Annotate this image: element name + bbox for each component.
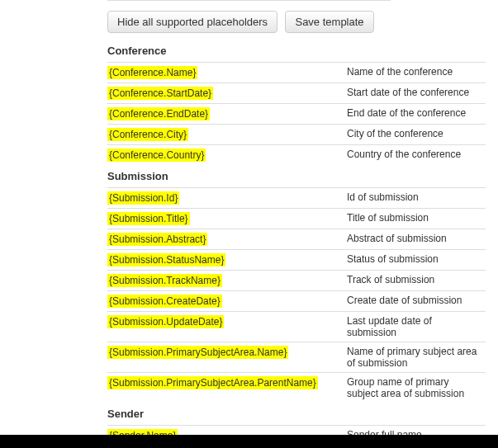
description-cell: Start date of the conference [347, 83, 486, 104]
placeholder-cell: {Submission.Id} [107, 188, 347, 209]
description-cell: Title of submission [347, 209, 486, 229]
section-heading: Sender [107, 403, 486, 426]
table-row: {Submission.PrimarySubjectArea.ParentNam… [107, 373, 486, 403]
placeholder-token: {Submission.Abstract} [107, 233, 207, 246]
table-row: {Conference.EndDate}End date of the conf… [107, 104, 486, 125]
placeholder-token: {Conference.City} [107, 128, 188, 141]
section-heading: Conference [107, 40, 486, 63]
description-cell: City of the conference [347, 125, 486, 145]
table-row: {Submission.StatusName}Status of submiss… [107, 250, 486, 271]
description-cell: Track of submission [347, 271, 486, 291]
save-template-button[interactable]: Save template [285, 11, 373, 33]
table-row: {Conference.Country}Country of the confe… [107, 145, 486, 166]
table-row: {Submission.Title}Title of submission [107, 209, 486, 229]
table-row: {Conference.Name}Name of the conference [107, 63, 486, 83]
placeholder-token: {Conference.EndDate} [107, 107, 210, 120]
description-cell: Country of the conference [347, 145, 486, 166]
placeholder-cell: {Conference.EndDate} [107, 104, 347, 125]
placeholder-cell: {Conference.City} [107, 125, 347, 145]
table-row: {Conference.StartDate}Start date of the … [107, 83, 486, 104]
description-cell: Last update date of submission [347, 312, 486, 342]
table-row: {Conference.City}City of the conference [107, 125, 486, 145]
placeholder-token: {Submission.PrimarySubjectArea.ParentNam… [107, 376, 318, 389]
table-row: {Submission.PrimarySubjectArea.Name}Name… [107, 342, 486, 373]
table-row: {Submission.TrackName}Track of submissio… [107, 271, 486, 291]
placeholder-token: {Submission.StatusName} [107, 253, 225, 266]
placeholders-table: Conference{Conference.Name}Name of the c… [107, 40, 486, 448]
table-row: {Submission.UpdateDate}Last update date … [107, 312, 486, 342]
placeholder-token: {Submission.Id} [107, 191, 179, 205]
table-row: {Submission.CreateDate}Create date of su… [107, 291, 486, 312]
placeholder-cell: {Submission.PrimarySubjectArea.Name} [107, 342, 347, 373]
placeholder-token: {Submission.TrackName} [107, 274, 222, 287]
description-cell: Status of submission [347, 250, 486, 271]
placeholder-cell: {Conference.Name} [107, 63, 347, 83]
description-cell: End date of the conference [347, 104, 486, 125]
description-cell: Create date of submission [347, 291, 486, 312]
placeholder-cell: {Submission.Title} [107, 209, 347, 229]
description-cell: Name of the conference [347, 63, 486, 83]
placeholder-token: {Submission.CreateDate} [107, 295, 222, 308]
placeholder-cell: {Submission.PrimarySubjectArea.ParentNam… [107, 373, 347, 403]
placeholder-token: {Submission.Title} [107, 212, 190, 225]
placeholder-token: {Conference.StartDate} [107, 87, 213, 100]
placeholder-cell: {Submission.CreateDate} [107, 291, 347, 312]
placeholder-cell: {Submission.UpdateDate} [107, 312, 347, 342]
table-row: {Submission.Abstract}Abstract of submiss… [107, 229, 486, 250]
placeholder-token: {Conference.Country} [107, 149, 206, 162]
description-cell: Abstract of submission [347, 229, 486, 250]
placeholder-token: {Submission.PrimarySubjectArea.Name} [107, 346, 288, 359]
description-cell: Name of primary subject area of submissi… [347, 342, 486, 373]
placeholder-cell: {Conference.StartDate} [107, 83, 347, 104]
table-row: {Submission.Id}Id of submission [107, 188, 486, 209]
placeholder-token: {Conference.Name} [107, 66, 197, 79]
placeholder-cell: {Submission.StatusName} [107, 250, 347, 271]
toolbar: Hide all supported placeholders Save tem… [0, 5, 498, 40]
placeholder-token: {Submission.UpdateDate} [107, 315, 224, 328]
section-heading: Submission [107, 165, 486, 188]
top-divider [107, 0, 391, 2]
placeholder-cell: {Conference.Country} [107, 145, 347, 166]
description-cell: Id of submission [347, 188, 486, 209]
hide-placeholders-button[interactable]: Hide all supported placeholders [107, 11, 277, 33]
description-cell: Group name of primary subject area of su… [347, 373, 486, 403]
footer-black-bar [0, 435, 498, 448]
placeholder-cell: {Submission.TrackName} [107, 271, 347, 291]
placeholder-cell: {Submission.Abstract} [107, 229, 347, 250]
